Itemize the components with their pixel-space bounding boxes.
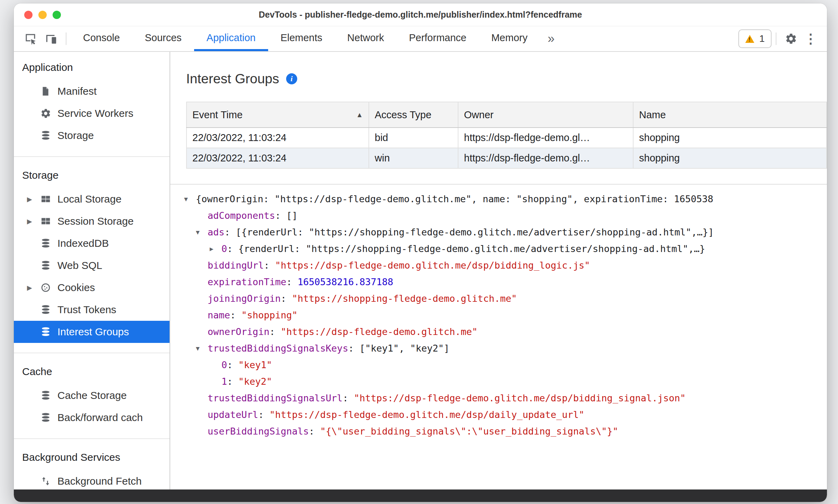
- sidebar-item-indexeddb[interactable]: IndexedDB: [14, 232, 170, 254]
- sidebar-item-label: Back/forward cach: [57, 412, 143, 423]
- sidebar-item-label: Storage: [57, 130, 94, 141]
- tree-line: biddingUrl: "https://dsp-fledge-demo.gli…: [170, 257, 827, 274]
- issues-count: 1: [759, 33, 765, 44]
- sidebar-item-cache-storage[interactable]: Cache Storage: [14, 384, 170, 407]
- sidebar-item-session-storage[interactable]: ▶Session Storage: [14, 210, 170, 232]
- tree-segment: "key1": [238, 360, 272, 370]
- column-header-label: Owner: [464, 109, 493, 120]
- toolbar-divider: [776, 32, 776, 45]
- tree-segment: :: [343, 393, 354, 403]
- database-icon: [40, 390, 57, 401]
- inspect-icon[interactable]: [20, 26, 41, 51]
- cell-owner: https://dsp-fledge-demo.gl…: [458, 128, 633, 148]
- minimize-button[interactable]: [38, 11, 47, 19]
- tree-segment: :: [227, 376, 238, 387]
- devtools-window: DevTools - publisher-fledge-demo.glitch.…: [14, 3, 827, 502]
- tree-segment: "{\"user_bidding_signals\":\"user_biddin…: [320, 426, 618, 437]
- tree-line: userBiddingSignals: "{\"user_bidding_sig…: [170, 423, 827, 440]
- sidebar-item-local-storage[interactable]: ▶Local Storage: [14, 188, 170, 210]
- tab-memory[interactable]: Memory: [479, 26, 540, 51]
- tab-elements[interactable]: Elements: [268, 26, 335, 51]
- cell-name: shopping: [633, 148, 827, 168]
- tree-segment: joiningOrigin: [208, 293, 281, 304]
- tree-segment: userBiddingSignals: [208, 426, 309, 437]
- tree-segment: : [{renderUrl: "https://shopping-fledge-…: [225, 227, 714, 237]
- tab-console[interactable]: Console: [71, 26, 132, 51]
- cell-access-type: bid: [369, 128, 458, 148]
- tree-line: 1: "key2": [170, 373, 827, 390]
- sidebar-item-label: Manifest: [57, 85, 97, 97]
- more-tabs-chevron[interactable]: »: [540, 26, 562, 51]
- database-icon: [40, 130, 57, 141]
- sidebar-item-background-fetch[interactable]: Background Fetch: [14, 470, 170, 489]
- column-header-label: Event Time: [192, 109, 243, 120]
- sidebar-item-label: Trust Tokens: [57, 304, 116, 316]
- tree-line[interactable]: ▼trustedBiddingSignalsKeys: ["key1", "ke…: [170, 340, 827, 357]
- fetch-icon: [40, 476, 57, 487]
- chevron-right-icon[interactable]: ▶: [210, 241, 213, 257]
- grid-icon: [40, 194, 57, 205]
- chevron-down-icon[interactable]: ▼: [196, 340, 200, 357]
- devtools-toolbar: ConsoleSourcesApplicationElementsNetwork…: [14, 26, 827, 52]
- database-icon: [40, 238, 57, 249]
- tree-segment: 1: [221, 376, 227, 387]
- sidebar-item-back-forward-cach[interactable]: Back/forward cach: [14, 407, 170, 429]
- tree-segment: :: [230, 310, 242, 320]
- table-row[interactable]: 22/03/2022, 11:03:24bidhttps://dsp-fledg…: [186, 128, 827, 148]
- section-header-application: Application: [14, 52, 170, 80]
- settings-gear-icon[interactable]: [781, 32, 801, 45]
- column-header-owner[interactable]: Owner: [458, 102, 633, 128]
- toolbar-divider: [66, 32, 66, 45]
- sidebar-item-label: Web SQL: [57, 260, 102, 271]
- sidebar-item-label: IndexedDB: [57, 237, 109, 249]
- sidebar-item-label: Background Fetch: [57, 475, 142, 487]
- zoom-button[interactable]: [53, 11, 61, 19]
- info-icon[interactable]: i: [286, 73, 297, 84]
- tree-segment: 0: [221, 243, 227, 254]
- close-button[interactable]: [24, 11, 33, 19]
- tree-line[interactable]: ▼ads: [{renderUrl: "https://shopping-fle…: [170, 224, 827, 241]
- tree-segment: 1650538216.837188: [298, 277, 393, 287]
- tree-segment: {ownerOrigin: "https://dsp-fledge-demo.g…: [196, 194, 713, 204]
- sidebar-section-background-services: Background ServicesBackground Fetch: [14, 439, 170, 489]
- warning-icon: !: [745, 35, 754, 43]
- tree-line[interactable]: ▼{ownerOrigin: "https://dsp-fledge-demo.…: [170, 191, 827, 207]
- cell-access-type: win: [369, 148, 458, 168]
- column-header-access-type[interactable]: Access Type: [369, 102, 458, 128]
- sidebar-item-service-workers[interactable]: Service Workers: [14, 102, 170, 124]
- tab-performance[interactable]: Performance: [397, 26, 479, 51]
- sidebar: ApplicationManifestService WorkersStorag…: [14, 52, 170, 489]
- tab-sources[interactable]: Sources: [132, 26, 194, 51]
- tree-segment: "shopping": [242, 310, 298, 320]
- more-menu-icon[interactable]: ⋮: [801, 31, 820, 46]
- issues-badge[interactable]: ! 1: [738, 29, 772, 48]
- tree-segment: trustedBiddingSignalsUrl: [208, 393, 343, 403]
- chevron-right-icon[interactable]: ▶: [27, 217, 40, 225]
- sidebar-item-web-sql[interactable]: Web SQL: [14, 254, 170, 277]
- sidebar-item-interest-groups[interactable]: Interest Groups: [14, 321, 170, 343]
- sidebar-item-cookies[interactable]: ▶Cookies: [14, 277, 170, 299]
- tree-segment: :: [258, 409, 270, 420]
- tree-line: 0: "key1": [170, 357, 827, 373]
- table-row[interactable]: 22/03/2022, 11:03:24winhttps://dsp-fledg…: [186, 148, 827, 168]
- tree-segment: :: [286, 277, 298, 287]
- tree-segment: name: [208, 310, 230, 320]
- table-head: Event Time▲Access TypeOwnerName: [186, 102, 827, 128]
- tab-network[interactable]: Network: [335, 26, 397, 51]
- column-header-event-time[interactable]: Event Time▲: [186, 102, 369, 128]
- cell-event-time: 22/03/2022, 11:03:24: [186, 148, 369, 168]
- sidebar-item-storage[interactable]: Storage: [14, 124, 170, 147]
- tab-application[interactable]: Application: [194, 26, 268, 51]
- tree-line: adComponents: []: [170, 207, 827, 224]
- tree-line[interactable]: ▶0: {renderUrl: "https://shopping-fledge…: [170, 241, 827, 257]
- chevron-down-icon[interactable]: ▼: [196, 224, 200, 241]
- chevron-down-icon[interactable]: ▼: [184, 191, 188, 207]
- sidebar-item-trust-tokens[interactable]: Trust Tokens: [14, 299, 170, 321]
- sidebar-item-label: Interest Groups: [57, 326, 129, 338]
- device-toolbar-icon[interactable]: [41, 26, 62, 51]
- column-header-name[interactable]: Name: [633, 102, 827, 128]
- sidebar-item-manifest[interactable]: Manifest: [14, 80, 170, 102]
- sidebar-section-storage: Storage▶Local Storage▶Session StorageInd…: [14, 157, 170, 353]
- chevron-right-icon[interactable]: ▶: [27, 284, 40, 292]
- chevron-right-icon[interactable]: ▶: [27, 195, 40, 203]
